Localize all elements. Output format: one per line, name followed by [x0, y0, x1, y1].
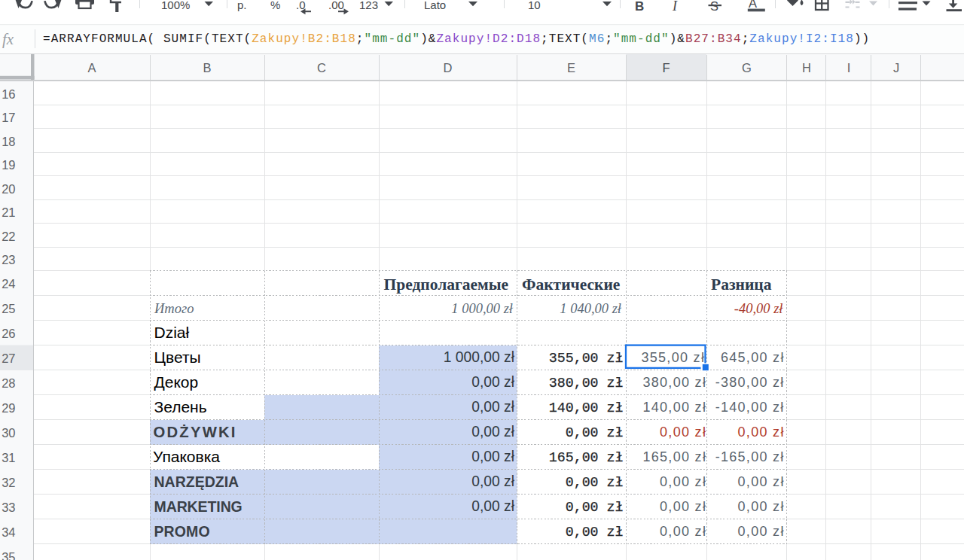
svg-text:34: 34 [2, 525, 15, 539]
svg-text:0,00 zł: 0,00 zł [566, 525, 624, 540]
svg-text:16: 16 [2, 87, 15, 101]
svg-text:0,00 zł: 0,00 zł [738, 499, 785, 514]
svg-text:140,00 zł: 140,00 zł [549, 400, 624, 415]
svg-text:Зелень: Зелень [154, 398, 207, 415]
svg-text:0,00 zł: 0,00 zł [738, 425, 785, 440]
svg-text:H: H [802, 61, 811, 75]
svg-text:0,00 zł: 0,00 zł [471, 498, 515, 514]
svg-text:0,00 zł: 0,00 zł [566, 500, 624, 515]
svg-text:1 000,00 zł: 1 000,00 zł [451, 301, 514, 316]
svg-text:A: A [749, 0, 757, 10]
svg-text:Декор: Декор [154, 373, 199, 391]
svg-text:0,00 zł: 0,00 zł [660, 425, 706, 440]
svg-text:Предполагаемые: Предполагаемые [384, 275, 509, 294]
svg-text:Фактические: Фактические [522, 275, 620, 294]
svg-text:C: C [317, 61, 326, 75]
svg-text:PROMO: PROMO [154, 523, 210, 540]
svg-text:B: B [203, 61, 211, 75]
svg-text:1 000,00 zł: 1 000,00 zł [444, 349, 515, 365]
svg-text:A: A [87, 61, 96, 75]
svg-text:-380,00 zł: -380,00 zł [715, 375, 785, 390]
svg-text:.00: .00 [328, 0, 344, 11]
svg-text:21: 21 [2, 205, 15, 219]
svg-text:0,00 zł: 0,00 zł [471, 424, 515, 440]
svg-text:19: 19 [2, 158, 15, 172]
svg-text:Упаковка: Упаковка [153, 448, 220, 465]
svg-text:165,00 zł: 165,00 zł [549, 450, 624, 465]
svg-text:-165,00 zł: -165,00 zł [715, 449, 785, 464]
svg-text:I: I [672, 0, 678, 14]
svg-text:22: 22 [2, 230, 15, 243]
svg-text:25: 25 [2, 302, 15, 315]
svg-text:645,00 zł: 645,00 zł [721, 350, 785, 365]
svg-text:1 040,00 zł: 1 040,00 zł [560, 301, 622, 316]
svg-text:380,00 zł: 380,00 zł [642, 375, 706, 390]
svg-text:18: 18 [2, 135, 15, 148]
svg-text:0,00 zł: 0,00 zł [566, 425, 624, 440]
svg-text:I: I [847, 61, 851, 75]
svg-text:17: 17 [2, 111, 15, 124]
svg-text:fx: fx [2, 30, 14, 48]
svg-text:28: 28 [2, 376, 15, 390]
svg-text:0,00 zł: 0,00 zł [660, 499, 706, 514]
svg-text:27: 27 [2, 352, 15, 365]
svg-text:Разница: Разница [711, 275, 772, 294]
svg-text:р.: р. [237, 0, 247, 11]
svg-text:165,00 zł: 165,00 zł [642, 449, 706, 464]
svg-text:355,00 zł: 355,00 zł [549, 351, 624, 366]
svg-text:10: 10 [528, 0, 541, 11]
svg-text:35: 35 [2, 550, 15, 560]
svg-text:0,00 zł: 0,00 zł [471, 473, 515, 489]
svg-text:D: D [444, 61, 453, 75]
svg-text:-40,00 zł: -40,00 zł [734, 301, 784, 316]
svg-text:B: B [635, 0, 644, 14]
svg-text:23: 23 [2, 253, 15, 266]
svg-text:32: 32 [2, 476, 15, 489]
svg-text:MARKETING: MARKETING [154, 498, 243, 515]
svg-text:=ARRAYFORMULA( SUMIF(TEXT(Zaku: =ARRAYFORMULA( SUMIF(TEXT(Zakupy!B2:B18;… [43, 32, 870, 46]
svg-text:0,00 zł: 0,00 zł [660, 524, 706, 539]
svg-text:0,00 zł: 0,00 zł [471, 399, 515, 415]
svg-text:Dział: Dział [154, 324, 190, 341]
svg-text:20: 20 [2, 182, 15, 196]
svg-text:33: 33 [2, 501, 15, 514]
svg-text:29: 29 [2, 401, 15, 415]
svg-text:Lato: Lato [424, 0, 446, 11]
svg-text:NARZĘDZIA: NARZĘDZIA [154, 473, 239, 490]
svg-text:380,00 zł: 380,00 zł [549, 376, 624, 391]
svg-text:0,00 zł: 0,00 zł [566, 475, 624, 490]
svg-text:31: 31 [2, 451, 15, 464]
svg-text:E: E [567, 61, 575, 75]
svg-text:30: 30 [2, 426, 15, 440]
svg-text:0,00 zł: 0,00 zł [738, 474, 785, 489]
svg-text:140,00 zł: 140,00 zł [642, 400, 706, 415]
svg-text:-140,00 zł: -140,00 zł [715, 400, 785, 415]
svg-text:ODŻYWKI: ODŻYWKI [154, 424, 237, 440]
svg-text:%: % [270, 0, 280, 11]
svg-text:J: J [893, 61, 899, 75]
svg-text:Цветы: Цветы [154, 348, 201, 366]
svg-text:Итого: Итого [154, 301, 194, 316]
svg-text:123: 123 [359, 0, 378, 11]
svg-text:F: F [662, 61, 670, 75]
svg-text:S: S [710, 0, 718, 13]
svg-text:0,00 zł: 0,00 zł [471, 449, 515, 464]
svg-text:0,00 zł: 0,00 zł [471, 374, 515, 390]
svg-text:G: G [742, 61, 752, 75]
svg-text:355,00 zł: 355,00 zł [641, 350, 705, 365]
svg-text:24: 24 [2, 277, 15, 291]
svg-text:0,00 zł: 0,00 zł [738, 524, 785, 539]
svg-text:100%: 100% [161, 0, 190, 11]
svg-text:0,00 zł: 0,00 zł [660, 474, 706, 489]
svg-text:26: 26 [2, 327, 15, 340]
